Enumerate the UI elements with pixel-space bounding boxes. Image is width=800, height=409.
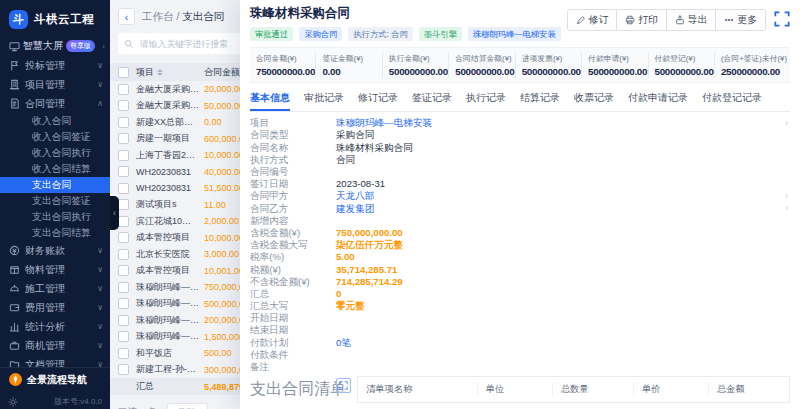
--button[interactable]: 打印 <box>616 10 666 30</box>
column-header-project[interactable]: 项目 <box>136 66 154 79</box>
sidebar-item-contract-[interactable]: 收入合同签证 <box>0 129 110 145</box>
row-contract-amount: 500.00 <box>204 348 232 358</box>
field-row: 执行方式合同 <box>250 154 790 166</box>
sort-icon[interactable] <box>157 68 164 77</box>
--button[interactable]: 修订 <box>568 10 617 30</box>
field-row: 合同甲方天龙八部› <box>250 190 790 202</box>
field-label: 合同名称 <box>250 143 336 153</box>
chevron-down-icon: ∨ <box>97 246 103 255</box>
sidebar-item-contract-[interactable]: 支出合同签证 <box>0 193 110 209</box>
sidebar-item-stats[interactable]: 统计分析∨ <box>0 317 110 336</box>
summary-value: 500000000.00 <box>588 66 641 77</box>
row-checkbox[interactable] <box>118 150 129 161</box>
--button[interactable]: 更多 <box>715 10 765 30</box>
back-button[interactable]: ‹ <box>118 8 135 25</box>
field-value[interactable]: 建发集团 <box>336 204 374 214</box>
field-value[interactable]: 0笔 <box>336 338 351 348</box>
sidebar-item-contract-[interactable]: 支出合同执行 <box>0 209 110 225</box>
field-label: 执行方式 <box>250 155 336 165</box>
chevron-down-icon: ∨ <box>97 265 103 274</box>
item-column-header: 总数量 <box>552 383 633 396</box>
sidebar-item-project[interactable]: 项目管理∨ <box>0 75 110 94</box>
delete-button[interactable]: 删除 <box>167 403 208 409</box>
item-column-header: 清单项名称 <box>358 383 477 396</box>
sidebar-item-construction[interactable]: 施工管理∨ <box>0 279 110 298</box>
sidebar-item-contract-[interactable]: 收入合同结算 <box>0 161 110 177</box>
field-value: 零元整 <box>336 301 365 311</box>
footer-total-label: 汇总 <box>136 380 200 393</box>
sidebar-item-label: 项目管理 <box>25 78 92 92</box>
field-row: 备注 <box>250 361 790 373</box>
row-checkbox[interactable] <box>118 265 129 276</box>
chevron-right-icon[interactable]: › <box>785 204 788 213</box>
item-column-header: 总金额 <box>708 383 789 396</box>
tab--[interactable]: 审批记录 <box>304 87 344 111</box>
action-label: 更多 <box>737 14 757 27</box>
search-input[interactable] <box>138 38 242 50</box>
sidebar-item-contract-[interactable]: 收入合同 <box>0 113 110 129</box>
summary-value: 500000000.00 <box>455 66 508 77</box>
row-checkbox[interactable] <box>118 117 129 128</box>
sidebar-item-expense[interactable]: 费用管理∨ <box>0 298 110 317</box>
field-row: 含税金额(¥)750,000,000.00 <box>250 227 790 239</box>
tab--[interactable]: 结算记录 <box>520 87 560 111</box>
row-checkbox[interactable] <box>118 364 129 375</box>
tab--[interactable]: 签证记录 <box>412 87 452 111</box>
sidebar-item-contract-[interactable]: 收入合同执行 <box>0 145 110 161</box>
row-checkbox[interactable] <box>118 249 129 260</box>
select-all-checkbox[interactable] <box>118 67 129 78</box>
row-checkbox[interactable] <box>118 282 129 293</box>
printer-icon <box>625 15 635 25</box>
row-checkbox[interactable] <box>118 232 129 243</box>
briefcase-icon <box>9 340 20 351</box>
sidebar-item-tender[interactable]: 投标管理∨ <box>0 56 110 75</box>
fullscreen-icon[interactable] <box>774 11 790 27</box>
row-checkbox[interactable] <box>118 183 129 194</box>
tab--[interactable]: 付款申请记录 <box>628 87 688 111</box>
tab--[interactable]: 付款登记记录 <box>702 87 762 111</box>
row-checkbox[interactable] <box>118 199 129 210</box>
summary-card: 合同结算金额(¥)500000000.00 <box>448 52 514 78</box>
row-contract-amount: 40,000.00 <box>204 167 244 177</box>
gear-icon[interactable] <box>8 397 18 407</box>
row-checkbox[interactable] <box>118 315 129 326</box>
coin-icon <box>9 245 20 256</box>
field-row: 签订日期2023-08-31 <box>250 178 790 190</box>
field-value[interactable]: 天龙八部 <box>336 191 374 201</box>
tab--[interactable]: 执行记录 <box>466 87 506 111</box>
tab--[interactable]: 收票记录 <box>574 87 614 111</box>
tab--[interactable]: 基本信息 <box>250 87 290 111</box>
row-checkbox[interactable] <box>118 298 129 309</box>
search-box <box>118 33 248 54</box>
sidebar-item-business[interactable]: 商机管理∨ <box>0 336 110 355</box>
row-checkbox[interactable] <box>118 133 129 144</box>
sidebar-item-contract-[interactable]: 支出合同 <box>0 177 110 193</box>
row-checkbox[interactable] <box>118 166 129 177</box>
breadcrumb-parent[interactable]: 工作台 <box>142 10 174 22</box>
sidebar-item-material[interactable]: 物料管理∨ <box>0 260 110 279</box>
column-header-amount: 合同金额 <box>204 66 240 79</box>
row-checkbox[interactable] <box>118 84 129 95</box>
chevron-right-icon[interactable]: › <box>785 119 788 128</box>
sidebar-item-label: 投标管理 <box>25 59 92 73</box>
row-checkbox[interactable] <box>118 348 129 359</box>
sidebar-item-finance[interactable]: 财务账款∨ <box>0 241 110 260</box>
sidebar-collapse-handle[interactable]: ‹ <box>110 196 119 230</box>
fullscreen-icon[interactable] <box>336 378 351 393</box>
row-checkbox[interactable] <box>118 331 129 342</box>
--button[interactable]: 导出 <box>666 10 716 30</box>
summary-card: 执行金额(¥)500000000.00 <box>382 52 448 78</box>
sidebar-item-smart-screen[interactable]: 智慧大屏 尊享版 › <box>0 36 110 56</box>
sidebar-item-label: 合同管理 <box>25 97 92 111</box>
row-checkbox[interactable] <box>118 216 129 227</box>
sidebar-item-contract[interactable]: 合同管理∧ <box>0 94 110 113</box>
chevron-right-icon[interactable]: › <box>785 192 788 201</box>
field-value: 2023-08-31 <box>336 179 385 189</box>
sidebar-item-process-navigation[interactable]: 全景流程导航 <box>0 367 110 391</box>
box-icon <box>9 264 20 275</box>
tab--[interactable]: 修订记录 <box>358 87 398 111</box>
field-value[interactable]: 珠穆朗玛峰—电梯安装 <box>336 118 432 128</box>
sidebar-item-contract-[interactable]: 支出合同结算 <box>0 225 110 241</box>
field-value: 750,000,000.00 <box>336 228 403 238</box>
row-checkbox[interactable] <box>118 100 129 111</box>
